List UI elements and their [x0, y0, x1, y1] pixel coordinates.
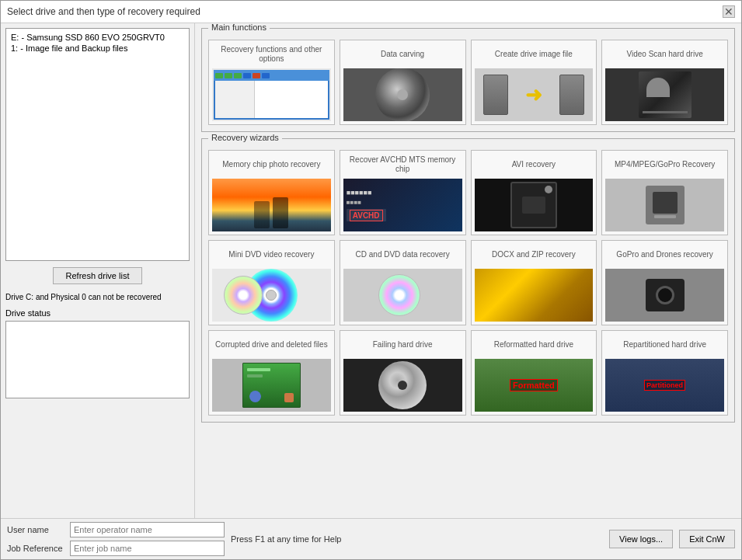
- cd-dvd-image: [343, 269, 462, 322]
- gopro-drones-label: GoPro and Drones recovery: [616, 244, 713, 266]
- main-window: Select drive and then type of recovery r…: [0, 0, 742, 560]
- mp4-mpeg-image: [605, 179, 724, 231]
- data-carving-image: [343, 68, 462, 121]
- memory-chip-image: [212, 179, 331, 231]
- refresh-drive-list-button[interactable]: Refresh drive list: [53, 267, 143, 284]
- gopro-drones-image: [605, 269, 724, 322]
- recovery-functions-label: Recovery functions and other options: [212, 43, 331, 65]
- gopro-drones-card[interactable]: GoPro and Drones recovery: [601, 240, 728, 325]
- left-panel: E: - Samsung SSD 860 EVO 250GRVT0 1: - I…: [1, 23, 195, 518]
- repartitioned-label: Repartitioned hard drive: [623, 334, 706, 356]
- reformatted-label: Reformatted hard drive: [494, 334, 573, 356]
- drive-warning-text: Drive C: and Physical 0 can not be recov…: [5, 292, 190, 302]
- drive-list[interactable]: E: - Samsung SSD 860 EVO 250GRVT0 1: - I…: [5, 28, 190, 261]
- create-drive-image-card[interactable]: Create drive image file ➜: [471, 40, 597, 125]
- title-bar: Select drive and then type of recovery r…: [1, 1, 741, 23]
- recovery-functions-image: [212, 68, 331, 121]
- corrupted-drive-label: Corrupted drive and deleted files: [215, 334, 328, 356]
- recovery-functions-card[interactable]: Recovery functions and other options: [208, 40, 335, 125]
- exit-cnw-button[interactable]: Exit CnW: [679, 530, 735, 548]
- bottom-bar: User name Job Reference Press F1 at any …: [1, 518, 741, 559]
- docx-zip-card[interactable]: DOCX and ZIP recovery: [471, 240, 597, 325]
- user-name-label: User name: [7, 525, 65, 534]
- view-logs-button[interactable]: View logs...: [609, 530, 673, 548]
- mp4-mpeg-card[interactable]: MP4/MPEG/GoPro Recovery: [601, 150, 728, 235]
- repartitioned-image: Partitioned: [605, 359, 724, 412]
- create-drive-image-label: Create drive image file: [495, 43, 573, 65]
- main-functions-group: Main functions Recovery functions and ot…: [201, 28, 735, 132]
- avchd-mts-label: Recover AVCHD MTS memory chip: [343, 154, 462, 176]
- failing-hdd-label: Failing hard drive: [373, 334, 433, 356]
- right-panel: Main functions Recovery functions and ot…: [195, 23, 741, 518]
- docx-zip-image: [475, 269, 594, 322]
- data-carving-label: Data carving: [381, 43, 424, 65]
- job-ref-input[interactable]: [70, 541, 225, 556]
- repartitioned-card[interactable]: Repartitioned hard drive Partitioned: [601, 330, 728, 416]
- failing-hdd-image: [343, 359, 462, 412]
- main-functions-title: Main functions: [208, 23, 270, 32]
- job-ref-row: Job Reference: [7, 541, 225, 556]
- bottom-buttons: View logs... Exit CnW: [609, 530, 735, 548]
- recovery-wizards-group: Recovery wizards Memory chip photo recov…: [201, 138, 735, 423]
- data-carving-card[interactable]: Data carving: [340, 40, 466, 125]
- corrupted-drive-card[interactable]: Corrupted drive and deleted files: [208, 330, 335, 416]
- drive-item[interactable]: E: - Samsung SSD 860 EVO 250GRVT0: [9, 32, 186, 43]
- video-scan-image: [605, 68, 724, 121]
- mp4-mpeg-label: MP4/MPEG/GoPro Recovery: [615, 154, 715, 176]
- reformatted-image: Formatted: [475, 359, 594, 412]
- mini-dvd-label: Mini DVD video recovery: [228, 244, 314, 266]
- recovery-wizards-title: Recovery wizards: [208, 133, 282, 142]
- failing-hdd-card[interactable]: Failing hard drive: [340, 330, 466, 416]
- docx-zip-label: DOCX and ZIP recovery: [492, 244, 576, 266]
- avchd-mts-card[interactable]: Recover AVCHD MTS memory chip ■■■■■■ ■■■…: [340, 150, 466, 235]
- bottom-left: User name Job Reference: [7, 522, 225, 556]
- wizards-grid: Memory chip photo recovery Recover AVCHD…: [208, 150, 728, 416]
- cd-dvd-label: CD and DVD data recovery: [356, 244, 450, 266]
- video-scan-card[interactable]: Video Scan hard drive: [601, 40, 728, 125]
- cd-dvd-card[interactable]: CD and DVD data recovery: [340, 240, 466, 325]
- main-content: E: - Samsung SSD 860 EVO 250GRVT0 1: - I…: [1, 23, 741, 518]
- main-functions-grid: Recovery functions and other options: [208, 40, 728, 125]
- memory-chip-label: Memory chip photo recovery: [222, 154, 320, 176]
- help-text: Press F1 at any time for Help: [231, 534, 341, 544]
- create-drive-image-image: ➜: [475, 68, 594, 121]
- drive-status-box: [5, 321, 190, 398]
- video-scan-label: Video Scan hard drive: [627, 43, 703, 65]
- memory-chip-card[interactable]: Memory chip photo recovery: [208, 150, 335, 235]
- reformatted-card[interactable]: Reformatted hard drive Formatted: [471, 330, 597, 416]
- avi-recovery-label: AVI recovery: [512, 154, 556, 176]
- user-name-row: User name: [7, 522, 225, 537]
- user-name-input[interactable]: [70, 522, 225, 537]
- avi-recovery-image: [475, 179, 594, 231]
- avchd-mts-image: ■■■■■■ ■■■■ AVCHD: [343, 179, 462, 231]
- close-button[interactable]: ✕: [723, 5, 735, 18]
- window-title: Select drive and then type of recovery r…: [7, 6, 200, 17]
- job-ref-label: Job Reference: [7, 544, 65, 553]
- bottom-right: Press F1 at any time for Help View logs.…: [231, 530, 735, 548]
- drive-status-label: Drive status: [5, 308, 190, 318]
- drive-item[interactable]: 1: - Image file and Backup files: [9, 43, 186, 54]
- corrupted-drive-image: [212, 359, 331, 412]
- avi-recovery-card[interactable]: AVI recovery: [471, 150, 597, 235]
